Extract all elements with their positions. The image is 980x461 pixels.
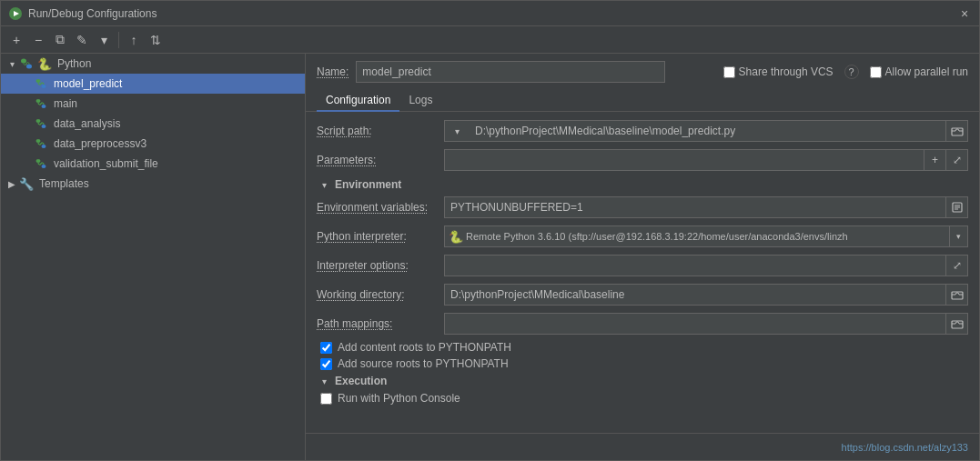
run-with-console-checkbox[interactable] xyxy=(320,393,332,405)
script-path-input[interactable] xyxy=(470,120,946,142)
svg-point-3 xyxy=(26,65,32,69)
python-file-icon-3 xyxy=(34,136,48,151)
config-right-panel: Name: Share through VCS ? Allow parallel… xyxy=(306,54,979,460)
share-vcs-checkbox[interactable] xyxy=(723,66,735,78)
bottom-bar: https://blog.csdn.net/alzy133 xyxy=(306,433,979,460)
config-tabs: Configuration Logs xyxy=(306,90,979,112)
interpreter-options-expand-button[interactable]: ⤢ xyxy=(946,255,968,276)
environment-section-header[interactable]: ▾ Environment xyxy=(317,177,968,192)
path-mappings-input-group xyxy=(444,313,968,335)
run-with-console-row: Run with Python Console xyxy=(317,392,968,405)
env-vars-label: Environment variables: xyxy=(317,201,444,214)
svg-point-10 xyxy=(36,139,41,143)
working-dir-input[interactable] xyxy=(444,284,946,306)
allow-parallel-checkbox[interactable] xyxy=(870,66,882,78)
env-vars-edit-button[interactable] xyxy=(946,196,968,218)
add-content-roots-checkbox[interactable] xyxy=(320,342,332,354)
interpreter-options-input[interactable] xyxy=(444,255,946,276)
python-interpreter-label: Python interpreter: xyxy=(317,230,444,243)
sort-button[interactable]: ⇅ xyxy=(146,30,166,50)
python-file-icon-2 xyxy=(34,116,48,131)
python-group[interactable]: ▾ 🐍 Python xyxy=(1,54,305,74)
environment-arrow: ▾ xyxy=(317,177,331,192)
tree-item-main[interactable]: main xyxy=(1,94,305,114)
name-row: Name: Share through VCS ? Allow parallel… xyxy=(306,54,979,90)
copy-config-button[interactable]: ⧉ xyxy=(50,30,70,50)
expand-param-button[interactable]: ⤢ xyxy=(946,149,968,171)
path-mappings-label: Path mappings: xyxy=(317,317,444,330)
execution-arrow: ▾ xyxy=(317,374,331,388)
dropdown-button[interactable]: ▾ xyxy=(94,30,114,50)
edit-config-button[interactable]: ✎ xyxy=(72,30,92,50)
parameters-input[interactable] xyxy=(444,149,924,171)
add-config-button[interactable]: + xyxy=(6,30,26,50)
svg-point-5 xyxy=(42,85,46,88)
tree-item-label-3: data_preprocessv3 xyxy=(54,137,146,150)
help-icon[interactable]: ? xyxy=(844,65,859,79)
path-mappings-row: Path mappings: xyxy=(317,312,968,336)
python-interpreter-value: Remote Python 3.6.10 (sftp://user@192.16… xyxy=(466,231,848,242)
tree-item-data-analysis[interactable]: data_analysis xyxy=(1,114,305,134)
tree-item-label-0: model_predict xyxy=(54,77,122,90)
python-file-icon-0 xyxy=(34,76,48,91)
allow-parallel-label: Allow parallel run xyxy=(870,65,968,78)
name-input[interactable] xyxy=(356,61,665,83)
svg-point-8 xyxy=(36,119,41,123)
tree-item-validation[interactable]: validation_submit_file xyxy=(1,154,305,174)
tree-item-label-4: validation_submit_file xyxy=(54,157,158,170)
python-file-icon-4 xyxy=(34,156,48,171)
run-with-console-label: Run with Python Console xyxy=(338,392,460,405)
python-file-icon-1 xyxy=(34,96,48,111)
svg-point-7 xyxy=(42,105,46,108)
svg-point-6 xyxy=(36,99,41,103)
env-vars-row: Environment variables: xyxy=(317,195,968,219)
env-vars-input[interactable] xyxy=(444,196,946,218)
tree-item-model-predict[interactable]: model_predict xyxy=(1,74,305,94)
execution-section-header[interactable]: ▾ Execution xyxy=(317,374,968,388)
remote-python-icon: 🐍 xyxy=(449,230,463,244)
remove-config-button[interactable]: − xyxy=(28,30,48,50)
tab-logs[interactable]: Logs xyxy=(399,90,441,112)
path-mappings-input[interactable] xyxy=(444,313,946,335)
env-vars-input-group xyxy=(444,196,968,218)
add-source-roots-checkbox[interactable] xyxy=(320,358,332,370)
close-icon[interactable]: × xyxy=(957,6,972,21)
working-dir-row: Working directory: xyxy=(317,283,968,306)
parameters-buttons: + ⤢ xyxy=(924,149,968,171)
svg-point-2 xyxy=(21,59,26,64)
templates-group[interactable]: ▶ 🔧 Templates xyxy=(1,174,305,194)
main-content: ▾ 🐍 Python xyxy=(1,54,979,460)
svg-point-9 xyxy=(42,125,46,128)
working-dir-browse-button[interactable] xyxy=(946,284,968,306)
add-content-roots-label: Add content roots to PYTHONPATH xyxy=(338,341,511,354)
path-mappings-edit-button[interactable] xyxy=(946,313,968,335)
svg-point-12 xyxy=(36,159,41,163)
python-group-label: Python xyxy=(57,57,91,70)
python-folder-icon: 🐍 xyxy=(37,56,52,71)
svg-point-13 xyxy=(42,165,46,168)
parameters-label: Parameters: xyxy=(317,154,444,166)
interpreter-input-group: 🐍 Remote Python 3.6.10 (sftp://user@192.… xyxy=(444,225,968,247)
add-content-roots-row: Add content roots to PYTHONPATH xyxy=(317,341,968,354)
tree-item-data-preprocess[interactable]: data_preprocessv3 xyxy=(1,134,305,154)
footer-link[interactable]: https://blog.csdn.net/alzy133 xyxy=(842,442,968,453)
wrench-icon: 🔧 xyxy=(19,176,34,191)
config-tree: ▾ 🐍 Python xyxy=(1,54,306,460)
tab-configuration[interactable]: Configuration xyxy=(317,90,399,112)
script-type-dropdown[interactable]: ▾ xyxy=(444,120,470,142)
script-path-row: Script path: ▾ xyxy=(317,119,968,143)
tree-item-label-2: data_analysis xyxy=(54,117,120,130)
working-dir-label: Working directory: xyxy=(317,288,444,301)
add-param-button[interactable]: + xyxy=(924,149,946,171)
interpreter-options-label: Interpreter options: xyxy=(317,259,444,272)
script-path-label: Script path: xyxy=(317,125,444,137)
script-path-browse-button[interactable] xyxy=(946,120,968,142)
interpreter-dropdown-button[interactable]: ▾ xyxy=(950,225,968,247)
parameters-input-group: + ⤢ xyxy=(444,149,968,171)
title-bar: Run/Debug Configurations × xyxy=(1,1,979,26)
working-dir-input-group xyxy=(444,284,968,306)
move-up-button[interactable]: ↑ xyxy=(124,30,144,50)
svg-point-4 xyxy=(36,79,41,83)
tree-item-label-1: main xyxy=(54,97,77,110)
execution-section-title: Execution xyxy=(335,375,387,387)
